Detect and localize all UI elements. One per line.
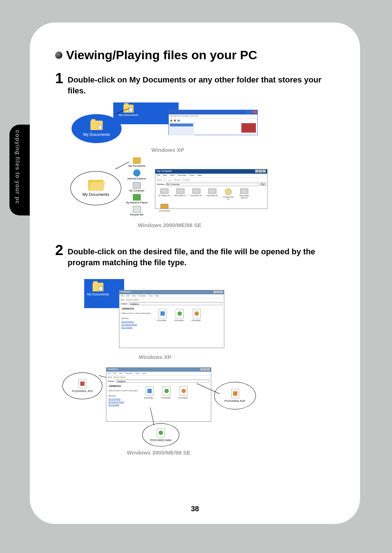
figure-xp-2: My Documents 100MEDIA File Edit View Fav… — [77, 279, 338, 360]
side-link: My Computer — [109, 403, 140, 406]
task-header — [170, 124, 193, 126]
files-area: PCDV0001...PCDV0003...PCDV0002... — [156, 306, 224, 348]
step-2-number: 2 — [55, 243, 63, 257]
nav-toolbar: Back · Search Folders — [119, 298, 224, 302]
desktop-icon-label: My Documents — [128, 165, 146, 167]
callout-jpg: PCDV0001.JPG — [62, 372, 102, 399]
menu-item: Edit — [126, 295, 130, 298]
go-button: Go — [260, 183, 266, 186]
folder-icon — [90, 121, 103, 130]
titlebar — [169, 110, 257, 114]
mycomputer-window: My Computer File Edit View Favorites Too… — [155, 169, 268, 209]
photo-thumbnail — [241, 123, 256, 133]
menu-item: View — [119, 372, 123, 375]
side-pane: 100MEDIA Select an item to view its desc… — [119, 306, 156, 348]
callout-mydocs-2k-label: My Documents — [82, 192, 109, 197]
side-label: copying files to your pc — [14, 130, 21, 204]
address-bar: Address Go — [155, 182, 267, 186]
caption-xp-1: Windows XP — [77, 147, 258, 153]
section-title: Viewing/Playing files on your PC — [55, 48, 338, 62]
drive-item: Removable Disk (G:) — [238, 189, 250, 200]
page: Viewing/Playing files on your PC 1 Doubl… — [30, 23, 360, 524]
callout-mydocs-2k: My Documents — [70, 171, 121, 205]
drive-item: Control Panel — [158, 204, 171, 212]
menu-item: Help — [155, 295, 159, 298]
window-title: My Computer — [157, 170, 172, 173]
folder-desc: Select an item to view its description. — [122, 312, 154, 314]
figure-2000-1: My Documents My Documents Internet Explo… — [77, 157, 338, 228]
address-field — [166, 183, 258, 186]
content-area: Viewing/Playing files on your PC 1 Doubl… — [55, 48, 338, 460]
desktop-icon-network: My Network Places — [124, 194, 150, 204]
folder-desc: Select an item to view its description. — [109, 389, 140, 392]
caption-2000-2: Windows 2000/ME/98 SE — [77, 449, 240, 456]
menubar: File Edit View Favorites Tools Help — [106, 372, 211, 375]
drive-item: Compact Disc (F:) — [222, 189, 234, 200]
callout-wav-label: PCDV0003.WAV — [150, 439, 172, 442]
menu-item: Edit — [113, 372, 117, 375]
desktop-icon-label: Recycle Bin — [130, 213, 144, 216]
menu-item: View — [132, 295, 136, 298]
address-bar: Address 100MEDIA — [106, 379, 211, 383]
drives-area: 3½ Floppy (A:)WIN_2000 (C:)Local Disk (D… — [155, 186, 267, 214]
address-label: Address — [108, 380, 114, 382]
nav-toolbar: Back ▾ → ▾ ✕ Search Folders — [155, 178, 267, 182]
menu-item: File — [157, 174, 160, 177]
desktop-icon-recyclebin: Recycle Bin — [124, 206, 150, 216]
side-link: My Network Places — [122, 323, 154, 326]
folder-name-header: 100MEDIA — [122, 307, 154, 310]
desktop-icons: My Documents Internet Explorer My Comput… — [124, 157, 150, 218]
section-title-text: Viewing/Playing files on your PC — [66, 48, 257, 62]
file-item: PCDV0003... — [161, 386, 172, 419]
stop-icon — [174, 120, 176, 122]
file-item: PCDV0002... — [178, 386, 189, 419]
nav-search: Search — [174, 179, 181, 181]
menu-item: Edit — [163, 174, 167, 177]
step-2: 2 Double-click on the desired file, and … — [55, 243, 338, 268]
nav-back: Back — [157, 179, 162, 181]
callout-asf-label: PCDV0002.ASF — [225, 399, 246, 403]
address-label: Address — [121, 303, 127, 305]
window-title: 100MEDIA — [107, 368, 118, 371]
callout-wav: PCDV0003.WAV — [142, 423, 179, 447]
files-area: PCDV0001...PCDV0003...PCDV0002... — [143, 383, 211, 421]
file-item: PCDV0002... — [191, 309, 202, 345]
toolbar — [169, 118, 257, 122]
desktop-icon-mycomputer: My Computer — [124, 182, 150, 192]
menu-item: Favorites — [138, 295, 146, 298]
wav-file-icon — [157, 428, 165, 437]
desktop-icon-label: My Computer — [129, 189, 144, 192]
nav-toolbar: Back · Search Folders — [106, 375, 211, 379]
file-item: PCDV0001... — [144, 386, 155, 419]
window-title: 100MEDIA — [121, 291, 131, 294]
figure-2000-2: PCDV0001.JPG 100MEDIA File Edit View Fav… — [77, 367, 338, 456]
side-link: My Documents — [109, 397, 140, 400]
caption-xp-2: Windows XP — [84, 354, 226, 360]
menu-item: File — [121, 295, 124, 298]
folder-icon — [93, 283, 103, 291]
folder-name-header: 100MEDIA — [109, 385, 140, 387]
callout-asf: PCDV0002.ASF — [214, 382, 256, 409]
xp-explorer-window: File Edit View Favorites Tools Help — [168, 110, 258, 135]
file-area — [194, 122, 257, 136]
titlebar: 100MEDIA — [119, 290, 224, 294]
page-number: 38 — [30, 505, 360, 513]
caption-2000-1: Windows 2000/ME/98 SE — [77, 222, 262, 228]
step-2-text: Double-click on the desired file, and th… — [68, 243, 338, 268]
drive-item: 3½ Floppy (A:) — [158, 189, 171, 200]
asf-file-icon — [231, 389, 239, 398]
drive-item: Local Disk (E:) — [206, 189, 219, 200]
see-also-label: See also: — [109, 395, 140, 397]
menubar: File Edit View Favorites Tools Help — [155, 174, 267, 178]
step-1-pre: Double-click on — [68, 75, 129, 84]
menu-item: Favorites — [177, 174, 187, 177]
menu-item: File — [108, 372, 111, 375]
step-1-number: 1 — [55, 71, 63, 85]
menu-item: Favorites — [125, 372, 133, 375]
side-pane: 100MEDIA Select an item to view its desc… — [106, 383, 143, 421]
file-item: PCDV0001... — [157, 309, 168, 345]
menu-item: View — [170, 174, 175, 177]
figure-xp-1: My Documents My Documents File Edit View… — [77, 102, 338, 153]
callout-jpg-label: PCDV0001.JPG — [72, 389, 93, 393]
folder-open-icon — [88, 180, 103, 191]
